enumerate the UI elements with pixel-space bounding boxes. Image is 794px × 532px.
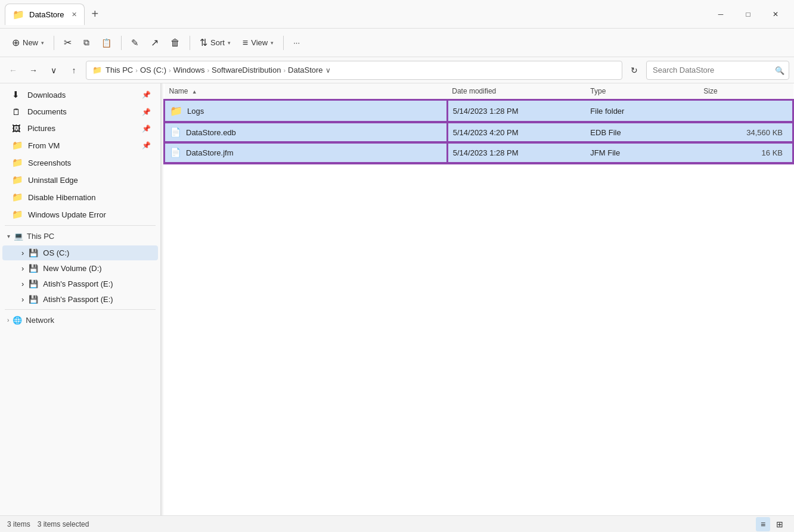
network-chevron-icon: ›	[7, 317, 9, 323]
file-type: JFM File	[590, 148, 620, 157]
minimize-button[interactable]: ─	[707, 5, 734, 24]
pin-icon: 📌	[142, 91, 151, 99]
column-header-type[interactable]: Type	[585, 83, 699, 100]
active-tab[interactable]: 📁 DataStore ✕	[5, 4, 85, 25]
table-row[interactable]: 📄 DataStore.jfm 5/14/2023 1:28 PM JFM Fi…	[165, 142, 793, 163]
up-button[interactable]: ↑	[66, 62, 82, 79]
breadcrumb-datastore: DataStore	[288, 66, 323, 74]
search-icon: 🔍	[775, 66, 784, 74]
sidebar-item-downloads[interactable]: ⬇ Downloads 📌	[2, 86, 158, 103]
file-name: Logs	[187, 107, 204, 116]
screenshots-icon: 📁	[12, 157, 23, 168]
sidebar-item-d-drive[interactable]: › 💾 New Volume (D:)	[2, 261, 158, 276]
c-drive-expand-icon: ›	[21, 248, 24, 257]
file-area: Name ▲ Date modified Type Size	[163, 83, 794, 515]
sidebar-label-network: Network	[26, 316, 54, 325]
file-name-cell: 📄 DataStore.edb	[170, 127, 442, 138]
maximize-button[interactable]: □	[734, 5, 762, 24]
tab-title: DataStore	[29, 10, 64, 19]
paste-button[interactable]: 📋	[97, 35, 116, 51]
items-count: 3 items	[7, 520, 30, 528]
sidebar-divider-1	[5, 225, 156, 226]
pin-icon-pics: 📌	[142, 125, 151, 133]
sidebar-label-documents: Documents	[27, 107, 137, 116]
sidebar-label-e-drive-2: Atish's Passport (E:)	[43, 295, 113, 304]
tab-close-button[interactable]: ✕	[72, 11, 77, 18]
breadcrumb-windows: Windows	[173, 66, 205, 74]
e-drive-2-icon: 💾	[29, 295, 38, 304]
c-drive-icon: 💾	[29, 248, 38, 257]
back-button[interactable]: ←	[5, 62, 21, 79]
copy-button[interactable]: ⧉	[79, 34, 94, 51]
e-drive-1-icon: 💾	[29, 279, 38, 288]
add-tab-button[interactable]: +	[92, 7, 99, 21]
toolbar-separator-4	[283, 36, 284, 50]
toolbar-separator-3	[190, 36, 190, 50]
file-name: DataStore.jfm	[186, 148, 233, 157]
sidebar-label-screenshots: Screenshots	[28, 158, 151, 167]
sidebar-item-c-drive[interactable]: › 💾 OS (C:)	[2, 245, 158, 260]
sidebar-label-pictures: Pictures	[27, 124, 137, 133]
table-row[interactable]: 📁 Logs 5/14/2023 1:28 PM File folder	[165, 100, 793, 123]
rename-button[interactable]: ✎	[126, 34, 144, 52]
file-date: 5/14/2023 1:28 PM	[453, 107, 519, 116]
windowsupdateerror-icon: 📁	[12, 209, 23, 220]
sidebar-item-fromvm[interactable]: 📁 From VM 📌	[2, 137, 158, 154]
sort-chevron-icon: ▾	[228, 40, 231, 46]
close-button[interactable]: ✕	[762, 5, 789, 24]
sidebar-item-e-drive-2[interactable]: › 💾 Atish's Passport (E:)	[2, 292, 158, 307]
search-wrapper: 🔍	[646, 61, 789, 80]
sidebar-item-e-drive-1[interactable]: › 💾 Atish's Passport (E:)	[2, 276, 158, 291]
column-header-date[interactable]: Date modified	[447, 83, 585, 100]
sort-label: Sort	[210, 38, 225, 47]
more-icon: ···	[293, 38, 300, 47]
search-input[interactable]	[646, 61, 789, 80]
share-button[interactable]: ↗	[146, 33, 163, 52]
pin-icon-docs: 📌	[142, 108, 151, 116]
sidebar-item-documents[interactable]: 🗒 Documents 📌	[2, 104, 158, 120]
downloads-icon: ⬇	[12, 89, 23, 100]
selected-count: 3 items selected	[38, 520, 89, 528]
folder-icon: 📁	[170, 105, 182, 117]
column-header-size[interactable]: Size	[699, 83, 793, 100]
view-button[interactable]: ≡ View ▾	[238, 34, 278, 52]
more-button[interactable]: ···	[289, 35, 305, 51]
sort-button[interactable]: ⇅ Sort ▾	[195, 33, 235, 52]
file-icon: 📄	[170, 127, 181, 138]
sidebar-item-disablehibernation[interactable]: 📁 Disable Hibernation	[2, 189, 158, 206]
file-table-body: 📁 Logs 5/14/2023 1:28 PM File folder 📄 D…	[165, 100, 793, 163]
copy-icon: ⧉	[83, 38, 89, 48]
expand-recent-button[interactable]: ∨	[45, 62, 62, 79]
d-drive-icon: 💾	[29, 264, 38, 273]
sidebar-item-uninstalledge[interactable]: 📁 Uninstall Edge	[2, 172, 158, 188]
this-pc-chevron-icon: ▾	[7, 233, 10, 239]
grid-view-button[interactable]: ⊞	[773, 517, 787, 531]
sidebar-this-pc-header[interactable]: ▾ 💻 This PC	[0, 228, 160, 244]
cut-button[interactable]: ✂	[59, 33, 76, 52]
file-date: 5/14/2023 4:20 PM	[453, 128, 519, 137]
sidebar-label-this-pc: This PC	[27, 232, 54, 241]
table-row[interactable]: 📄 DataStore.edb 5/14/2023 4:20 PM EDB Fi…	[165, 122, 793, 142]
list-view-button[interactable]: ≡	[756, 517, 770, 531]
delete-icon: 🗑	[170, 38, 180, 48]
refresh-button[interactable]: ↻	[626, 62, 643, 79]
forward-button[interactable]: →	[25, 62, 42, 79]
view-chevron-icon: ▾	[271, 40, 274, 46]
e-drive-1-expand-icon: ›	[21, 279, 24, 288]
documents-icon: 🗒	[12, 107, 23, 117]
sidebar-item-screenshots[interactable]: 📁 Screenshots	[2, 154, 158, 171]
column-header-name[interactable]: Name ▲	[165, 83, 448, 100]
new-button[interactable]: ⊕ New ▾	[7, 33, 49, 52]
breadcrumb[interactable]: 📁 This PC › OS (C:) › Windows › Software…	[86, 61, 622, 80]
delete-button[interactable]: 🗑	[166, 34, 185, 52]
sidebar-divider-2	[5, 309, 156, 310]
sidebar-label-c-drive: OS (C:)	[43, 248, 69, 257]
sidebar-network-header[interactable]: › 🌐 Network	[0, 312, 160, 328]
pictures-icon: 🖼	[12, 123, 23, 133]
file-name-cell: 📄 DataStore.jfm	[170, 147, 442, 158]
sidebar-item-windowsupdateerror[interactable]: 📁 Windows Update Error	[2, 206, 158, 223]
uninstalledge-icon: 📁	[12, 175, 23, 185]
sidebar-label-disablehibernation: Disable Hibernation	[28, 193, 151, 202]
file-size: 16 KB	[762, 148, 783, 157]
sidebar-item-pictures[interactable]: 🖼 Pictures 📌	[2, 120, 158, 136]
